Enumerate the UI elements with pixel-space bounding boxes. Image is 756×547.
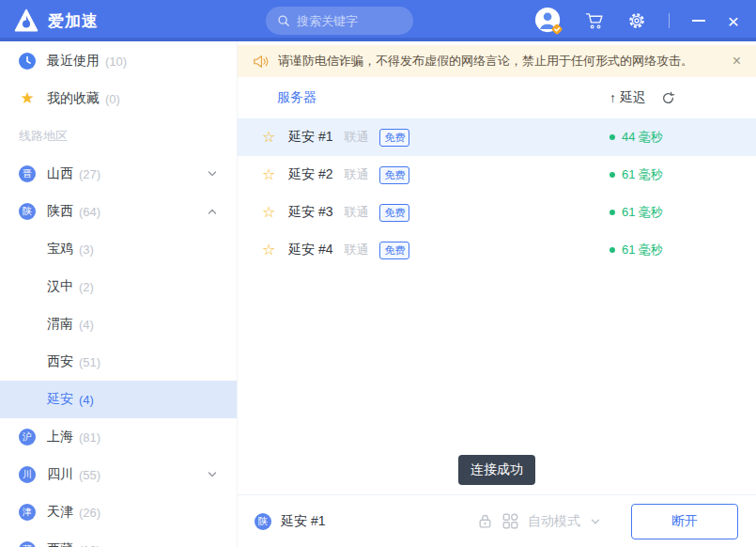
server-list-header: 服务器 ↑ 延迟	[238, 77, 756, 118]
title-bar: 爱加速	[0, 0, 756, 41]
server-name: 延安 #4	[288, 242, 332, 258]
sidebar-item-label: 汉中	[47, 278, 73, 295]
server-row[interactable]: ☆ 延安 #4 联通 免费 61 毫秒	[238, 231, 756, 269]
main-panel: 请谨防电信诈骗，不得发布虚假的网络言论，禁止用于任何形式的网络攻击。 × 服务器…	[238, 41, 756, 547]
sidebar-item-count: (81)	[79, 430, 100, 445]
sidebar-item-汉中[interactable]: 汉中 (2)	[0, 268, 237, 305]
sidebar-item-渭南[interactable]: 渭南 (4)	[0, 305, 237, 343]
close-button[interactable]: ×	[728, 11, 739, 31]
chevron-down-icon[interactable]	[207, 469, 218, 480]
sidebar-item-label: 四川	[47, 466, 73, 483]
sidebar-item-延安[interactable]: 延安 (4)	[0, 381, 237, 418]
server-row[interactable]: ☆ 延安 #1 联通 免费 44 毫秒	[238, 118, 756, 156]
server-row[interactable]: ☆ 延安 #3 联通 免费 61 毫秒	[238, 194, 756, 231]
chevron-down-icon[interactable]	[590, 516, 601, 527]
sidebar-item-count: (27)	[79, 167, 100, 181]
minimize-button[interactable]	[692, 20, 705, 22]
sidebar-item-count: (51)	[79, 355, 100, 369]
sidebar-item-天津[interactable]: 津 天津 (26)	[0, 493, 237, 531]
chevron-up-icon[interactable]	[207, 206, 218, 217]
server-name: 延安 #3	[288, 204, 332, 221]
connection-footer: 陕 延安 #1	[238, 494, 756, 547]
sidebar-item-count: (26)	[79, 506, 100, 520]
sidebar-item-label: 西安	[47, 353, 73, 370]
server-carrier: 联通	[344, 242, 368, 258]
app-name: 爱加速	[48, 10, 99, 32]
province-icon: 川	[19, 466, 36, 483]
sidebar-item-山西[interactable]: 晋 山西 (27)	[0, 155, 237, 193]
settings-gear-icon[interactable]	[627, 11, 646, 30]
sidebar-item-label: 西藏	[47, 541, 73, 547]
user-avatar[interactable]	[534, 7, 563, 35]
lock-icon[interactable]	[477, 513, 493, 529]
sidebar-item-陕西[interactable]: 陕 陕西 (64)	[0, 193, 237, 230]
search-input[interactable]	[297, 14, 400, 28]
mode-selector[interactable]: 自动模式	[528, 513, 580, 530]
free-badge: 免费	[379, 129, 409, 147]
sidebar-item-count: (64)	[79, 205, 100, 219]
sort-ascending-icon: ↑	[609, 90, 616, 105]
latency-dot	[609, 247, 615, 253]
favorite-star-icon[interactable]: ☆	[262, 166, 279, 183]
latency-dot	[609, 172, 615, 178]
app-logo-icon	[13, 8, 39, 34]
favorite-star-icon[interactable]: ☆	[262, 129, 279, 146]
clock-icon	[19, 53, 36, 70]
sidebar-item-label: 延安	[47, 391, 73, 408]
server-carrier: 联通	[344, 204, 368, 221]
latency-dot	[609, 210, 615, 215]
sidebar-item-label: 渭南	[47, 316, 73, 333]
latency-value: 61 毫秒	[609, 242, 733, 258]
sidebar-item-西安[interactable]: 西安 (51)	[0, 343, 237, 381]
refresh-icon[interactable]	[661, 91, 675, 105]
search-box[interactable]	[266, 7, 413, 35]
sidebar-item-count: (12)	[79, 543, 100, 547]
province-icon: 陕	[19, 203, 36, 220]
warning-text: 请谨防电信诈骗，不得发布虚假的网络言论，禁止用于任何形式的网络攻击。	[278, 53, 693, 70]
sidebar-item-count: (10)	[105, 55, 127, 69]
sidebar-item-count: (4)	[79, 393, 94, 407]
current-region-icon: 陕	[255, 513, 271, 530]
megaphone-icon	[253, 55, 270, 69]
sidebar-item-四川[interactable]: 川 四川 (55)	[0, 456, 237, 493]
sidebar: 最近使用 (10) ★ 我的收藏 (0) 线路地区晋 山西 (27) 陕 陕西 …	[0, 41, 238, 547]
sidebar-item-label: 最近使用	[47, 53, 100, 70]
star-icon: ★	[19, 90, 36, 107]
toast-message: 连接成功	[458, 455, 535, 485]
sidebar-item-上海[interactable]: 沪 上海 (81)	[0, 418, 237, 456]
chevron-down-icon[interactable]	[207, 168, 218, 180]
search-icon	[277, 14, 290, 27]
latency-column-header[interactable]: 延迟	[620, 89, 646, 106]
favorite-star-icon[interactable]: ☆	[262, 204, 279, 221]
disconnect-button[interactable]: 断开	[631, 504, 738, 539]
server-column-header[interactable]: 服务器	[277, 89, 316, 106]
sidebar-item-label: 我的收藏	[47, 90, 100, 107]
province-icon: 津	[19, 504, 36, 521]
sidebar-item-count: (3)	[79, 242, 94, 257]
sidebar-item-count: (55)	[79, 468, 100, 482]
favorite-star-icon[interactable]: ☆	[262, 242, 279, 258]
mode-grid-icon[interactable]	[502, 513, 518, 529]
sidebar-item-我的收藏[interactable]: ★ 我的收藏 (0)	[0, 80, 237, 117]
latency-value: 61 毫秒	[609, 204, 733, 221]
cart-icon[interactable]	[585, 11, 605, 30]
server-name: 延安 #1	[288, 129, 332, 146]
latency-value: 61 毫秒	[609, 166, 733, 183]
sidebar-item-label: 山西	[47, 165, 73, 182]
app-window: 爱加速	[0, 0, 756, 547]
province-icon: 晋	[19, 165, 36, 182]
sidebar-item-label: 上海	[47, 429, 73, 445]
titlebar-divider	[669, 13, 670, 28]
sidebar-item-西藏[interactable]: 藏 西藏 (12)	[0, 531, 237, 547]
sidebar-item-count: (4)	[79, 318, 94, 332]
sidebar-item-label: 天津	[47, 504, 73, 521]
banner-close-icon[interactable]: ×	[733, 54, 741, 69]
server-rows: ☆ 延安 #1 联通 免费 44 毫秒 ☆ 延安 #2 联通 免费 61 毫秒 …	[238, 118, 756, 494]
sidebar-item-count: (0)	[105, 92, 120, 106]
province-icon: 藏	[19, 541, 36, 547]
sidebar-item-最近使用[interactable]: 最近使用 (10)	[0, 42, 237, 80]
sidebar-item-count: (2)	[79, 280, 94, 294]
server-row[interactable]: ☆ 延安 #2 联通 免费 61 毫秒	[238, 156, 756, 194]
sidebar-item-宝鸡[interactable]: 宝鸡 (3)	[0, 230, 237, 268]
province-icon: 沪	[19, 429, 36, 445]
